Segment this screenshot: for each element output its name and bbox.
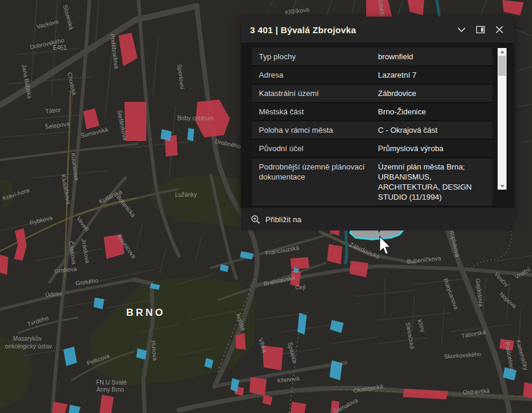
attribute-label: Městská část <box>252 103 374 120</box>
attribute-value: Brno-Židenice <box>374 103 492 120</box>
brownfield-zone[interactable] <box>0 255 8 275</box>
dock-icon <box>476 25 485 34</box>
attribute-value: brownfield <box>374 48 492 65</box>
attribute-value: C - Okrajová část <box>374 121 492 139</box>
street-label: Anny Brno <box>97 386 124 393</box>
street-label: Údolní <box>45 290 63 298</box>
attribute-row: Podrobnější územně plánovací dokumentace… <box>252 158 492 207</box>
attribute-label: Katastrální území <box>252 85 374 102</box>
attribute-value: Lazaretní 7 <box>374 66 492 84</box>
popup-header: 3 401 | Bývalá Zbrojovka <box>241 17 514 43</box>
attribute-value: Průmyslová výroba <box>374 140 492 157</box>
attribute-label: Poloha v rámci města <box>252 121 374 139</box>
brownfield-zone[interactable] <box>327 244 342 264</box>
attribute-label: Adresa <box>252 66 374 84</box>
popup-title: 3 401 | Bývalá Zbrojovka <box>250 25 449 35</box>
attribute-label: Typ plochy <box>252 48 374 65</box>
street-label: onkologický ústav <box>5 343 52 350</box>
development-zone[interactable] <box>329 360 342 380</box>
street-label: E461 <box>53 44 67 51</box>
dock-button[interactable] <box>474 23 487 36</box>
brownfield-zone[interactable] <box>290 257 309 270</box>
scroll-down-button[interactable] <box>498 183 507 190</box>
close-icon <box>495 25 504 34</box>
street-label: Boby centrum <box>177 115 214 121</box>
zoom-in-icon <box>251 214 261 225</box>
zoom-to-label: Přiblížit na <box>265 215 302 224</box>
attribute-row: Katastrální územíZábrdovice <box>252 85 492 103</box>
brownfield-zone[interactable] <box>523 382 532 398</box>
collapse-button[interactable] <box>455 23 468 36</box>
street-label: FN U Svaté <box>96 379 127 386</box>
popup-table: Typ plochybrownfieldAdresaLazaretní 7Kat… <box>252 48 492 207</box>
attribute-row: Typ plochybrownfield <box>252 48 492 66</box>
development-zone[interactable] <box>187 128 194 141</box>
attribute-value: Územní plán města Brna; URBANISMUS, ARCH… <box>374 158 492 206</box>
brownfield-zone[interactable] <box>236 333 246 350</box>
popup: 3 401 | Bývalá Zbrojovka Typ plo <box>241 17 514 218</box>
attribute-label: Podrobnější územně plánovací dokumentace <box>252 158 374 206</box>
street-label: Masarykův <box>13 335 41 342</box>
scrollbar-thumb[interactable] <box>498 56 506 76</box>
city-label: BRNO <box>126 307 165 318</box>
street-label: Lužánky <box>175 191 197 198</box>
triangle-down-icon <box>500 185 505 188</box>
close-button[interactable] <box>493 23 506 36</box>
chevron-down-icon <box>457 25 466 34</box>
brownfield-zone[interactable] <box>100 395 114 413</box>
attribute-row: Poloha v rámci městaC - Okrajová část <box>252 121 492 140</box>
attribute-row: Původní účelPrůmyslová výroba <box>252 140 492 158</box>
popup-body: Typ plochybrownfieldAdresaLazaretní 7Kat… <box>241 43 514 208</box>
attribute-label: Původní účel <box>252 140 374 157</box>
scroll-up-button[interactable] <box>498 48 507 55</box>
attribute-row: AdresaLazaretní 7 <box>252 66 492 85</box>
popup-scrollbar[interactable] <box>498 48 507 190</box>
street-label: Cejl <box>295 283 306 290</box>
attribute-row: Městská částBrno-Židenice <box>252 103 492 121</box>
zoom-to-button[interactable]: Přiblížit na <box>251 214 302 225</box>
popup-footer: Přiblížit na <box>241 208 514 230</box>
triangle-up-icon <box>500 50 505 53</box>
attribute-value: Zábrdovice <box>374 85 492 102</box>
map-view[interactable]: VackovaSlovinskáDobrovskéhoE461Poděbrado… <box>0 0 532 413</box>
